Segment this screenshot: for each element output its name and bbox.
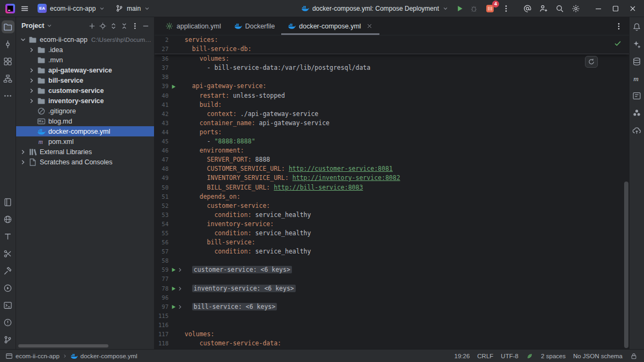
tree-item-.mvn[interactable]: .mvn: [16, 55, 154, 65]
hide-panel-button[interactable]: [141, 21, 151, 31]
todo-button[interactable]: [2, 230, 14, 243]
fold-expand-icon[interactable]: [177, 304, 183, 310]
tree-item-customer-service[interactable]: customer-service: [16, 85, 154, 96]
refresh-button[interactable]: [585, 56, 598, 68]
terminal-button[interactable]: [2, 299, 14, 312]
tree-item-scratches-and-consoles[interactable]: Scratches and Consoles: [16, 157, 154, 167]
breadcrumb-project[interactable]: ecom-ii-ccn-app: [16, 353, 60, 359]
collapse-all-button[interactable]: [119, 21, 129, 31]
chevron-right-icon[interactable]: [28, 77, 35, 84]
chevron-right-icon[interactable]: [19, 158, 27, 166]
close-tab-icon[interactable]: [366, 23, 373, 30]
tree-item-.gitignore[interactable]: .gitignore: [16, 106, 154, 116]
tab-Dockerfile[interactable]: Dockerfile: [228, 17, 282, 35]
tab-options-button[interactable]: [613, 20, 625, 32]
code-token[interactable]: http://inventory-service:8082: [292, 174, 400, 182]
locate-file-button[interactable]: [98, 21, 108, 31]
maximize-button[interactable]: [610, 3, 621, 15]
tree-item-blog.md[interactable]: blog.md: [16, 116, 154, 126]
tab-application.yml[interactable]: application.yml: [159, 17, 228, 35]
tab-docker-compose.yml[interactable]: docker-compose.yml: [281, 17, 379, 35]
git-branch-selector[interactable]: main: [112, 3, 153, 14]
run-service-icon[interactable]: [171, 267, 177, 273]
leaf-icon[interactable]: [526, 352, 533, 360]
caret-position[interactable]: 19:26: [455, 353, 470, 359]
chevron-right-icon[interactable]: [28, 97, 35, 105]
chevron-right-icon[interactable]: [28, 46, 35, 54]
run-configuration-selector[interactable]: docker-compose.yml: Compose Deployment: [298, 3, 452, 14]
project-horizontal-scrollbar[interactable]: [18, 344, 108, 347]
code-with-me-button[interactable]: [538, 3, 550, 15]
mentions-button[interactable]: [522, 3, 533, 15]
project-view-selector[interactable]: Project: [21, 22, 53, 30]
build-button[interactable]: [2, 264, 14, 277]
run-service-icon[interactable]: [171, 84, 177, 90]
main-menu-button[interactable]: [19, 3, 31, 15]
plugins-button[interactable]: [631, 106, 643, 119]
lock-icon[interactable]: [630, 352, 638, 360]
run-service-icon[interactable]: [171, 304, 177, 310]
tree-item-bill-service[interactable]: bill-service: [16, 75, 154, 85]
settings-button[interactable]: [570, 3, 582, 15]
tree-item-pom.xml[interactable]: mpom.xml: [16, 136, 154, 147]
breadcrumb-file[interactable]: docker-compose.yml: [80, 353, 137, 359]
minimize-button[interactable]: [592, 3, 604, 15]
debug-button[interactable]: [468, 3, 480, 15]
more-toolwindows-button[interactable]: [2, 89, 14, 102]
code-token[interactable]: bill-service: <6 keys>: [192, 303, 277, 310]
code-token[interactable]: customer-service: <6 keys>: [192, 266, 292, 273]
ai-assistant-button[interactable]: [631, 38, 643, 50]
version-control-button[interactable]: [2, 333, 14, 346]
code-token[interactable]: http://customer-service:8081: [289, 165, 393, 172]
editor-scrollbar-thumb[interactable]: [624, 182, 628, 348]
tree-item-docker-compose.yml[interactable]: docker-compose.yml: [16, 126, 154, 136]
chevron-right-icon[interactable]: [28, 87, 35, 95]
line-separator[interactable]: CRLF: [477, 353, 493, 359]
inspections-ok-icon[interactable]: [614, 40, 621, 47]
profiler-button[interactable]: [2, 281, 14, 294]
folder-tool-icon: [3, 23, 12, 32]
project-button[interactable]: [2, 20, 14, 33]
branch-name: main: [127, 5, 141, 12]
tree-item-external-libraries[interactable]: External Libraries: [16, 147, 154, 157]
database-button[interactable]: [631, 55, 643, 68]
dependencies-button[interactable]: [631, 89, 643, 102]
file-encoding[interactable]: UTF-8: [501, 353, 518, 359]
chevron-right-icon[interactable]: [19, 148, 27, 156]
docker-services-button[interactable]: 4: [484, 2, 496, 15]
commit-button[interactable]: [2, 38, 14, 50]
json-schema[interactable]: No JSON schema: [573, 353, 623, 359]
expand-all-button[interactable]: [108, 21, 119, 31]
services-button[interactable]: [2, 196, 14, 208]
fold-expand-icon[interactable]: [177, 267, 183, 273]
code-token[interactable]: inventory-service: <6 keys>: [192, 285, 296, 292]
project-selector[interactable]: EA ecom-ii-ccn-app: [34, 2, 108, 15]
tab-label: docker-compose.yml: [299, 23, 361, 30]
tree-item-ecom-ii-ccn-app[interactable]: ecom-ii-ccn-appC:\Users\hp\Documents\p: [16, 34, 154, 45]
git-tools-button[interactable]: [2, 247, 14, 260]
tree-item-api-gateway-service[interactable]: api-gateway-service: [16, 65, 154, 75]
fold-expand-icon[interactable]: [177, 286, 183, 292]
hierarchy-button[interactable]: [2, 72, 14, 85]
chevron-down-icon[interactable]: [19, 36, 27, 44]
chevron-right-icon[interactable]: [28, 67, 35, 74]
close-button[interactable]: [627, 3, 639, 15]
problems-button[interactable]: [2, 316, 14, 329]
tree-item-inventory-service[interactable]: inventory-service: [16, 96, 154, 106]
editor[interactable]: 2services:27 bill-service-db: 36 volumes…: [155, 35, 629, 349]
maven-button[interactable]: m: [631, 72, 643, 85]
new-item-button[interactable]: [87, 21, 97, 31]
notifications-button[interactable]: [631, 20, 643, 33]
more-options-button[interactable]: [130, 21, 140, 31]
tree-item-.idea[interactable]: .idea: [16, 45, 154, 55]
more-actions-button[interactable]: [500, 3, 512, 15]
indent-style[interactable]: 2 spaces: [541, 353, 566, 359]
endpoints-button[interactable]: [2, 213, 14, 226]
run-button[interactable]: [454, 3, 466, 15]
structure-button[interactable]: [2, 55, 14, 68]
run-service-icon[interactable]: [171, 286, 177, 292]
editor-scrollbar[interactable]: [624, 35, 629, 349]
search-everywhere-button[interactable]: [554, 3, 566, 15]
code-token[interactable]: http://bill-service:8083: [274, 184, 363, 191]
remote-button[interactable]: [631, 124, 643, 136]
